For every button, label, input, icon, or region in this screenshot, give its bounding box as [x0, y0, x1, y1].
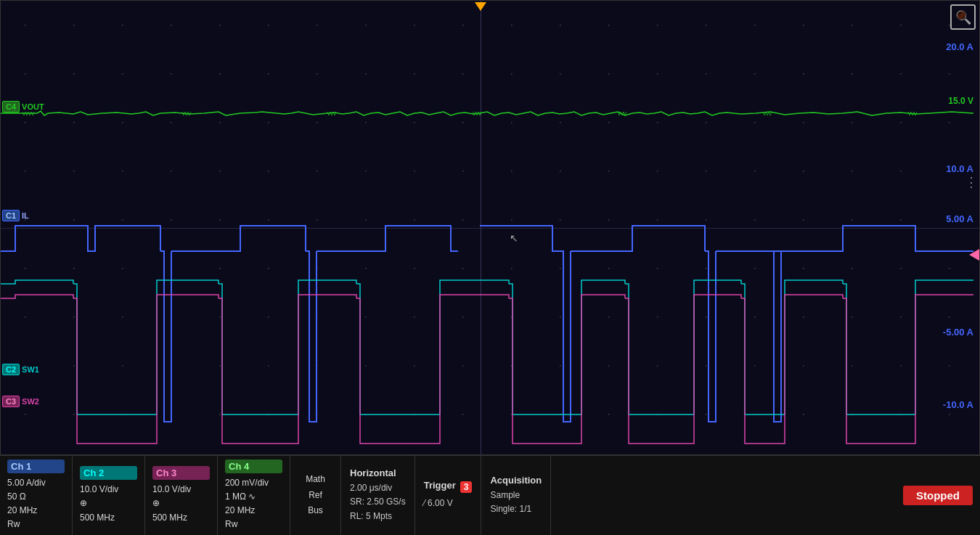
- horizontal-section: Horizontal 2.00 μs/div SR: 2.50 GS/s RL:…: [341, 456, 415, 535]
- ch1-coupling: 50 Ω: [7, 490, 65, 504]
- acquisition-title: Acquisition: [490, 475, 542, 486]
- waveform-svg: [1, 1, 979, 454]
- horizontal-sr: SR: 2.50 GS/s: [350, 495, 406, 509]
- trigger-badge: 3: [460, 481, 473, 493]
- trigger-level: ∕ 6.00 V: [424, 497, 473, 510]
- acquisition-mode: Sample: [490, 489, 542, 502]
- stopped-button[interactable]: Stopped: [903, 486, 973, 505]
- ch4-header: Ch 4: [225, 460, 282, 473]
- math-ref-bus-section[interactable]: Math Ref Bus: [290, 456, 341, 535]
- ch1-div: 5.00 A/div: [7, 476, 65, 490]
- ch4-impedance: 1 MΩ ∿: [225, 490, 282, 504]
- trigger-section: Trigger 3 ∕ 6.00 V: [415, 456, 482, 535]
- oscilloscope-screen: 20.0 A 15.0 V 10.0 A 5.00 A -5.00 A -10.…: [0, 0, 980, 455]
- ch1-bw: 20 MHz: [7, 504, 65, 518]
- ch1-header: Ch 1: [7, 460, 65, 473]
- ch4-div: 200 mV/div: [225, 476, 282, 490]
- ch3-coupling: ⊕: [152, 497, 210, 510]
- ch3-info[interactable]: Ch 3 10.0 V/div ⊕ 500 MHz: [145, 456, 218, 535]
- ch2-coupling: ⊕: [80, 497, 137, 510]
- horizontal-rl: RL: 5 Mpts: [350, 510, 406, 523]
- ch2-header: Ch 2: [80, 466, 137, 480]
- ch1-info[interactable]: Ch 1 5.00 A/div 50 Ω 20 MHz Rw: [0, 456, 73, 535]
- ch2-waveform: [1, 280, 973, 414]
- horizontal-div: 2.00 μs/div: [350, 481, 406, 495]
- ch4-probe: Rw: [225, 518, 282, 531]
- math-label: Math: [306, 472, 325, 488]
- ch1-probe: Rw: [7, 518, 65, 531]
- horizontal-title: Horizontal: [350, 467, 406, 478]
- ch3-waveform: [1, 295, 973, 444]
- ch2-bw: 500 MHz: [80, 511, 137, 525]
- bus-label: Bus: [308, 503, 323, 519]
- ch3-div: 10.0 V/div: [152, 483, 210, 497]
- ch4-info[interactable]: Ch 4 200 mV/div 1 MΩ ∿ 20 MHz Rw: [218, 456, 290, 535]
- ch3-bw: 500 MHz: [152, 511, 210, 525]
- ch3-header: Ch 3: [152, 466, 210, 480]
- status-bar: Ch 1 5.00 A/div 50 Ω 20 MHz Rw Ch 2 10.0…: [0, 455, 980, 535]
- ch4-waveform: [1, 111, 973, 115]
- trigger-title: Trigger: [424, 480, 456, 491]
- ch1-waveform: [1, 226, 973, 422]
- ref-label: Ref: [309, 488, 322, 504]
- ch2-div: 10.0 V/div: [80, 483, 137, 497]
- oscilloscope: 20.0 A 15.0 V 10.0 A 5.00 A -5.00 A -10.…: [0, 0, 980, 535]
- acquisition-section: Acquisition Sample Single: 1/1: [481, 456, 551, 535]
- ch4-bw: 20 MHz: [225, 504, 282, 518]
- acquisition-count: Single: 1/1: [490, 502, 542, 516]
- ch2-info[interactable]: Ch 2 10.0 V/div ⊕ 500 MHz: [73, 456, 145, 535]
